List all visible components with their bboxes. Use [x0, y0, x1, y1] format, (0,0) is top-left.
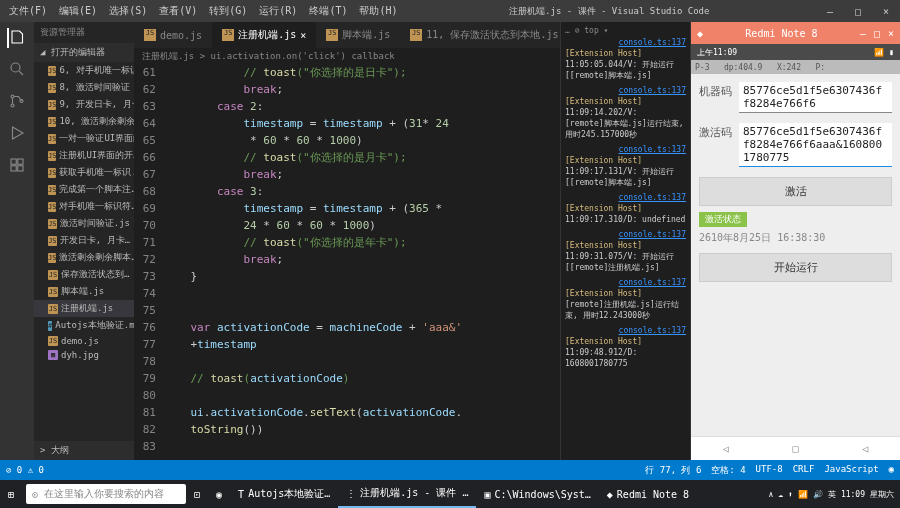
- start-run-button[interactable]: 开始运行: [699, 253, 892, 282]
- file-item[interactable]: JS脚本端.js: [34, 283, 134, 300]
- file-item[interactable]: JS一对一验证UI界面的…: [34, 130, 134, 147]
- activate-button[interactable]: 激活: [699, 177, 892, 206]
- file-item[interactable]: JS6, 对手机唯一标识符…: [34, 62, 134, 79]
- status-right[interactable]: 行 77, 列 6空格: 4UTF-8CRLFJavaScript◉: [645, 464, 894, 477]
- search-icon[interactable]: [8, 60, 26, 80]
- editor-tab[interactable]: JS注册机端.js×: [212, 22, 316, 48]
- source-control-icon[interactable]: [8, 92, 26, 112]
- files-icon[interactable]: [7, 28, 27, 48]
- taskbar-item[interactable]: ⊡: [186, 480, 208, 508]
- machine-code-field[interactable]: 85776ce5d1f5e6307436ff8284e766f6: [739, 82, 892, 113]
- menu-item[interactable]: 编辑(E): [54, 2, 102, 20]
- phone-body: 机器码 85776ce5d1f5e6307436ff8284e766f6 激活码…: [691, 74, 900, 436]
- explorer-sidebar: 资源管理器 ◢ 打开的编辑器 JS6, 对手机唯一标识符…JS8, 激活时间验证…: [34, 22, 134, 460]
- tray-item[interactable]: ∧: [768, 490, 773, 499]
- extensions-icon[interactable]: [8, 156, 26, 176]
- svg-rect-7: [18, 166, 23, 171]
- log-entry: console.ts:137[Extension Host]11:09:17.3…: [565, 192, 686, 225]
- tray-item[interactable]: 📶: [798, 490, 808, 499]
- tray-item[interactable]: 🔊: [813, 490, 823, 499]
- file-list: JS6, 对手机唯一标识符…JS8, 激活时间验证 (2…JS9, 开发日卡, …: [34, 62, 134, 362]
- system-tray[interactable]: ∧☁⬆📶🔊英11:09星期六: [768, 489, 900, 500]
- phone-status-icons: 📶 ▮: [874, 48, 894, 57]
- menu-item[interactable]: 终端(T): [304, 2, 352, 20]
- log-entry: console.ts:137[Extension Host]11:05:05.0…: [565, 37, 686, 81]
- taskbar-item[interactable]: TAutojs本地验证…: [230, 480, 338, 508]
- file-item[interactable]: JS完成第一个脚本注…: [34, 181, 134, 198]
- taskbar-items: ⊡◉TAutojs本地验证…⋮注册机端.js - 课件 …▣C:\Windows…: [186, 480, 697, 508]
- phone-titlebar: ◆ Redmi Note 8 —□×: [691, 22, 900, 44]
- status-item[interactable]: 行 77, 列 6: [645, 464, 701, 477]
- tray-item[interactable]: ⬆: [788, 490, 793, 499]
- taskbar-item[interactable]: ◉: [208, 480, 230, 508]
- window-button[interactable]: □: [844, 6, 872, 17]
- menu-item[interactable]: 帮助(H): [354, 2, 402, 20]
- menu-item[interactable]: 查看(V): [154, 2, 202, 20]
- breadcrumb[interactable]: 注册机端.js > ui.activation.on('click') call…: [134, 48, 560, 64]
- window-title: 注册机端.js - 课件 - Visual Studio Code: [403, 5, 817, 18]
- menu-item[interactable]: 文件(F): [4, 2, 52, 20]
- file-item[interactable]: JS激活时间验证.js: [34, 215, 134, 232]
- status-item[interactable]: 空格: 4: [711, 464, 745, 477]
- taskbar-search[interactable]: ⊙ 在这里输入你要搜索的内容: [26, 484, 186, 504]
- taskbar-item[interactable]: ◆Redmi Note 8: [599, 480, 697, 508]
- log-entry: console.ts:137[Extension Host]11:09:14.2…: [565, 85, 686, 140]
- file-item[interactable]: #Autojs本地验证.md: [34, 317, 134, 334]
- file-item[interactable]: JS保存激活状态到…: [34, 266, 134, 283]
- file-item[interactable]: JS9, 开发日卡, 月卡…: [34, 96, 134, 113]
- debug-icon[interactable]: [8, 124, 26, 144]
- file-item[interactable]: JS8, 激活时间验证 (2…: [34, 79, 134, 96]
- activation-code-field[interactable]: 85776ce5d1f5e6307436ff8284e766f6aaa&1608…: [739, 123, 892, 167]
- file-item[interactable]: JS获取手机唯一标识.js: [34, 164, 134, 181]
- file-item[interactable]: JSdemo.js: [34, 334, 134, 348]
- file-item[interactable]: JS注册机端.js: [34, 300, 134, 317]
- status-item[interactable]: UTF-8: [756, 464, 783, 477]
- line-gutter: 6162636465666768697071727374757677787980…: [134, 64, 164, 460]
- start-button[interactable]: ⊞: [0, 480, 22, 508]
- search-icon: ⊙: [32, 489, 38, 500]
- window-button[interactable]: —: [816, 6, 844, 17]
- phone-window-buttons[interactable]: —□×: [860, 28, 894, 39]
- file-item[interactable]: JS开发日卡, 月卡…: [34, 232, 134, 249]
- status-item[interactable]: JavaScript: [824, 464, 878, 477]
- editor-tab[interactable]: JS11, 保存激活状态到本地.js: [400, 22, 560, 48]
- svg-point-0: [11, 63, 20, 72]
- status-item[interactable]: ◉: [889, 464, 894, 477]
- back-icon[interactable]: ◁: [723, 443, 729, 454]
- editor-tab[interactable]: JSdemo.js: [134, 22, 212, 48]
- windows-taskbar: ⊞ ⊙ 在这里输入你要搜索的内容 ⊡◉TAutojs本地验证…⋮注册机端.js …: [0, 480, 900, 508]
- status-left[interactable]: ⊘ 0 ⚠ 0: [6, 465, 44, 475]
- code-lines[interactable]: // toast("你选择的是日卡"); break; case 2: time…: [164, 64, 560, 460]
- file-item[interactable]: ▦dyh.jpg: [34, 348, 134, 362]
- status-item[interactable]: CRLF: [793, 464, 815, 477]
- file-item[interactable]: JS注册机UI界面的开…: [34, 147, 134, 164]
- file-item[interactable]: JS对手机唯一标识符…: [34, 198, 134, 215]
- tray-item[interactable]: 星期六: [870, 489, 894, 500]
- editor-tab[interactable]: JS脚本端.js: [316, 22, 400, 48]
- menu-bar: 文件(F)编辑(E)选择(S)查看(V)转到(G)运行(R)终端(T)帮助(H): [4, 2, 403, 20]
- tray-item[interactable]: 11:09: [841, 490, 865, 499]
- phone-nav-bar[interactable]: ◁ □ ◁: [691, 436, 900, 460]
- home-icon[interactable]: □: [792, 443, 798, 454]
- log-entry: console.ts:137[Extension Host][remote]注册…: [565, 277, 686, 321]
- search-placeholder: 在这里输入你要搜索的内容: [44, 487, 164, 501]
- terminal-header[interactable]: … ⊘ top ▾: [565, 26, 686, 35]
- menu-item[interactable]: 选择(S): [104, 2, 152, 20]
- tray-item[interactable]: ☁: [778, 490, 783, 499]
- taskbar-item[interactable]: ⋮注册机端.js - 课件 …: [338, 480, 476, 508]
- open-editors-section[interactable]: ◢ 打开的编辑器: [34, 43, 134, 62]
- window-button[interactable]: ×: [872, 6, 900, 17]
- close-icon[interactable]: ×: [300, 30, 306, 41]
- phone-title: Redmi Note 8: [745, 28, 817, 39]
- tray-item[interactable]: 英: [828, 489, 836, 500]
- outline-section[interactable]: > 大纲: [34, 441, 134, 460]
- svg-point-1: [11, 95, 14, 98]
- file-item[interactable]: JS激活剩余剩余脚本…: [34, 249, 134, 266]
- menu-item[interactable]: 运行(R): [254, 2, 302, 20]
- code-editor[interactable]: 6162636465666768697071727374757677787980…: [134, 64, 560, 460]
- taskbar-item[interactable]: ▣C:\Windows\Syst…: [476, 480, 598, 508]
- menu-item[interactable]: 转到(G): [204, 2, 252, 20]
- recent-icon[interactable]: ◁: [862, 443, 868, 454]
- phone-statusbar: 上午11:09 📶 ▮: [691, 44, 900, 60]
- file-item[interactable]: JS10, 激活剩余剩余脚本…: [34, 113, 134, 130]
